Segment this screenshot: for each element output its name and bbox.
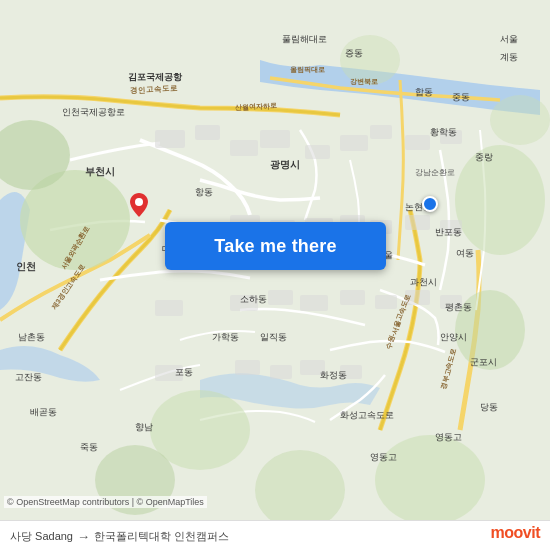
- moovit-text: moovit: [491, 524, 540, 542]
- svg-text:죽동: 죽동: [80, 442, 98, 452]
- svg-text:고잔동: 고잔동: [15, 372, 42, 382]
- svg-text:포동: 포동: [175, 367, 193, 377]
- bottom-bar: 사당 Sadang → 한국폴리텍대학 인천캠퍼스 moovit: [0, 520, 550, 550]
- svg-rect-30: [340, 290, 365, 305]
- svg-text:서울: 서울: [500, 34, 518, 44]
- destination-label: 한국폴리텍대학 인천캠퍼스: [94, 529, 229, 544]
- svg-text:계동: 계동: [500, 52, 518, 62]
- svg-text:항동: 항동: [195, 187, 213, 197]
- svg-text:부천시: 부천시: [85, 166, 115, 177]
- svg-rect-28: [268, 290, 293, 305]
- svg-text:강남순환로: 강남순환로: [415, 168, 455, 177]
- svg-rect-13: [230, 140, 258, 156]
- svg-rect-12: [195, 125, 220, 140]
- svg-rect-29: [300, 295, 328, 311]
- map-background: 경인고속도로 올림픽대로 강변북로 서울외곽순환로 제3경인고속도로 수원-서울…: [0, 0, 550, 550]
- svg-text:화정동: 화정동: [320, 370, 347, 380]
- svg-text:소하동: 소하동: [240, 294, 267, 304]
- svg-point-8: [255, 450, 345, 530]
- svg-rect-11: [155, 130, 185, 148]
- svg-text:풀림해대로: 풀림해대로: [282, 34, 327, 44]
- svg-text:김포국제공항: 김포국제공항: [128, 72, 183, 82]
- svg-rect-34: [155, 300, 183, 316]
- svg-text:황학동: 황학동: [430, 127, 457, 137]
- svg-text:안양시: 안양시: [440, 332, 467, 342]
- svg-rect-16: [340, 135, 368, 151]
- svg-rect-17: [370, 125, 392, 139]
- svg-rect-37: [270, 365, 292, 379]
- svg-point-9: [490, 95, 550, 145]
- svg-text:영동고: 영동고: [370, 452, 397, 462]
- svg-text:일직동: 일직동: [260, 332, 287, 342]
- svg-text:영동고: 영동고: [435, 432, 462, 442]
- svg-text:인천: 인천: [16, 261, 36, 272]
- svg-text:인천국제공항로: 인천국제공항로: [62, 107, 125, 117]
- svg-rect-36: [235, 360, 260, 375]
- map-container: 경인고속도로 올림픽대로 강변북로 서울외곽순환로 제3경인고속도로 수원-서울…: [0, 0, 550, 550]
- svg-text:군포시: 군포시: [470, 357, 497, 367]
- origin-label: 사당 Sadang: [10, 529, 73, 544]
- svg-text:강변북로: 강변북로: [350, 78, 378, 86]
- svg-rect-25: [405, 215, 430, 230]
- svg-text:합동: 합동: [415, 87, 433, 97]
- svg-rect-31: [375, 295, 397, 309]
- svg-text:화성고속도로: 화성고속도로: [340, 410, 394, 420]
- svg-text:중랑: 중랑: [475, 152, 493, 162]
- svg-point-7: [375, 435, 485, 525]
- svg-rect-14: [260, 130, 290, 148]
- svg-text:중동: 중동: [452, 92, 470, 102]
- svg-text:반포동: 반포동: [435, 227, 462, 237]
- svg-point-88: [135, 198, 143, 206]
- svg-text:올림픽대로: 올림픽대로: [290, 66, 325, 74]
- svg-text:증동: 증동: [345, 48, 363, 58]
- origin-pin: [130, 193, 148, 217]
- svg-text:광명시: 광명시: [270, 159, 300, 170]
- svg-text:당동: 당동: [480, 402, 498, 412]
- svg-text:여동: 여동: [456, 248, 474, 258]
- svg-text:배곧동: 배곧동: [30, 407, 57, 417]
- svg-rect-18: [405, 135, 430, 150]
- destination-marker: [422, 196, 438, 212]
- svg-point-3: [455, 145, 545, 255]
- svg-rect-15: [305, 145, 330, 159]
- take-me-there-button[interactable]: Take me there: [165, 222, 386, 270]
- arrow-icon: →: [77, 529, 90, 544]
- moovit-logo: moovit: [491, 524, 540, 542]
- svg-text:가학동: 가학동: [212, 332, 239, 342]
- svg-text:남촌동: 남촌동: [18, 332, 45, 342]
- svg-text:향남: 향남: [135, 422, 153, 432]
- map-attribution: © OpenStreetMap contributors | © OpenMap…: [4, 496, 207, 508]
- svg-text:평촌동: 평촌동: [445, 302, 472, 312]
- svg-text:과천시: 과천시: [410, 277, 437, 287]
